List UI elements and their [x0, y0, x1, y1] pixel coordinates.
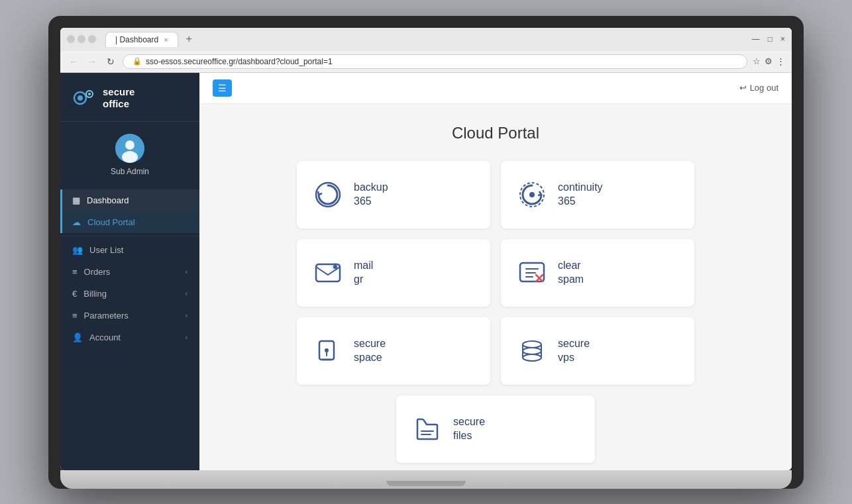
logo-text: secure office [103, 86, 134, 111]
sidebar-item-label: User List [89, 245, 123, 255]
securespace-name: secure space [354, 337, 386, 365]
sidebar-item-orders[interactable]: ≡ Orders ‹ [60, 261, 199, 283]
sidebar-item-label: Billing [83, 289, 107, 299]
securefiles-name: secure files [453, 415, 485, 443]
parameters-icon: ≡ [72, 311, 78, 321]
sidebar-item-label: Account [89, 332, 121, 342]
tab-label: | Dashboard [115, 35, 158, 44]
refresh-btn[interactable]: ↻ [104, 55, 117, 68]
window-controls: — □ × [752, 34, 785, 44]
mailgr-name: mail gr [354, 259, 373, 287]
browser-controls [67, 35, 96, 43]
user-name: Sub Admin [111, 167, 149, 176]
main-header: ☰ ↩ Log out [199, 73, 792, 104]
service-card-securefiles[interactable]: secure files [396, 395, 595, 463]
browser-maximize-btn[interactable] [88, 35, 96, 43]
user-avatar [115, 134, 144, 163]
url-text: sso-essos.secureoffice.gr/dashboard?clou… [146, 57, 333, 66]
svg-point-12 [333, 265, 337, 269]
laptop-notch [386, 481, 466, 486]
cloud-portal-icon: ☁ [72, 217, 81, 227]
sidebar-item-label: Cloud Portal [87, 217, 135, 227]
orders-chevron: ‹ [186, 268, 187, 276]
svg-point-3 [88, 93, 91, 95]
sidebar-logo: secure office [60, 73, 199, 123]
bookmark-icon[interactable]: ☆ [753, 56, 761, 66]
laptop-base [60, 470, 792, 489]
sidebar-item-billing[interactable]: € Billing ‹ [60, 283, 199, 305]
securevps-name: secure vps [558, 337, 590, 365]
tab-close-btn[interactable]: × [164, 36, 168, 44]
win-close-btn[interactable]: × [780, 34, 785, 44]
svg-point-23 [523, 341, 541, 348]
browser-minimize-btn[interactable] [78, 35, 85, 43]
logout-button[interactable]: ↩ Log out [739, 83, 778, 93]
browser-addressbar: ← → ↻ 🔒 sso-essos.secureoffice.gr/dashbo… [60, 51, 792, 72]
address-bar[interactable]: 🔒 sso-essos.secureoffice.gr/dashboard?cl… [123, 54, 747, 69]
sidebar-item-label: Dashboard [87, 195, 129, 205]
clearspam-icon [517, 258, 547, 288]
svg-rect-22 [322, 358, 331, 361]
logout-label: Log out [750, 83, 778, 93]
svg-point-6 [122, 151, 138, 163]
service-card-continuity365[interactable]: continuity 365 [501, 161, 694, 228]
continuity365-name: continuity 365 [558, 181, 603, 209]
browser-chrome: | Dashboard × + — □ × ← → ↻ 🔒 sso-essos.… [60, 28, 792, 73]
win-restore-btn[interactable]: □ [768, 34, 772, 44]
sidebar: secure office Sub Admin [60, 73, 199, 470]
browser-titlebar: | Dashboard × + — □ × [60, 28, 792, 51]
sidebar-item-cloud-portal[interactable]: ☁ Cloud Portal [60, 211, 199, 233]
logout-icon: ↩ [739, 83, 747, 93]
securefiles-icon [412, 414, 443, 444]
service-card-mailgr[interactable]: mail gr [297, 239, 490, 307]
mailgr-icon [313, 258, 343, 288]
main-content: ☰ ↩ Log out Cloud Portal [199, 73, 792, 470]
sidebar-item-label: Orders [84, 267, 111, 277]
billing-chevron: ‹ [186, 290, 187, 297]
svg-point-24 [523, 348, 541, 354]
dashboard-icon: ▦ [72, 195, 80, 205]
service-card-securespace[interactable]: secure space [297, 317, 490, 385]
account-chevron: ‹ [186, 334, 187, 341]
sidebar-item-user-list[interactable]: 👥 User List [60, 239, 199, 261]
sidebar-item-parameters[interactable]: ≡ Parameters ‹ [60, 305, 199, 327]
sidebar-item-dashboard[interactable]: ▦ Dashboard [60, 189, 199, 211]
menu-icon[interactable]: ⋮ [776, 56, 785, 66]
parameters-chevron: ‹ [186, 312, 187, 319]
sidebar-nav: ▦ Dashboard ☁ Cloud Portal 👥 User List [60, 184, 199, 470]
browser-tab-active[interactable]: | Dashboard × [105, 32, 178, 47]
backup365-icon [313, 179, 343, 210]
service-card-securevps[interactable]: secure vps [501, 317, 694, 385]
user-list-icon: 👥 [72, 245, 83, 255]
svg-point-25 [523, 354, 541, 361]
sidebar-item-account[interactable]: 👤 Account ‹ [60, 327, 199, 348]
service-card-backup365[interactable]: backup 365 [297, 161, 490, 228]
account-icon: 👤 [72, 332, 83, 342]
sidebar-user: Sub Admin [60, 122, 199, 184]
hamburger-button[interactable]: ☰ [213, 79, 232, 97]
lock-icon: 🔒 [133, 57, 142, 66]
securevps-icon [517, 336, 547, 366]
forward-btn[interactable]: → [85, 55, 99, 68]
sidebar-item-label: Parameters [84, 311, 129, 321]
clearspam-name: clear spam [558, 259, 584, 287]
new-tab-btn[interactable]: + [181, 32, 197, 46]
backup365-name: backup 365 [354, 181, 388, 209]
nav-divider [60, 236, 199, 236]
main-body: Cloud Portal [199, 104, 792, 470]
billing-icon: € [72, 289, 77, 299]
extensions-icon[interactable]: ⚙ [765, 56, 772, 66]
browser-tabs: | Dashboard × + [105, 32, 748, 47]
browser-action-icons: ☆ ⚙ ⋮ [753, 56, 785, 66]
browser-close-btn[interactable] [67, 35, 75, 43]
securespace-icon [313, 336, 343, 366]
back-btn[interactable]: ← [67, 55, 80, 68]
svg-point-1 [78, 95, 83, 101]
continuity365-icon [517, 179, 547, 210]
win-minimize-btn[interactable]: — [752, 34, 760, 44]
service-card-clearspam[interactable]: clear spam [501, 239, 694, 307]
svg-point-9 [529, 192, 535, 197]
app-layout: secure office Sub Admin [60, 73, 792, 470]
svg-point-5 [125, 140, 134, 150]
services-grid: backup 365 [297, 161, 694, 463]
